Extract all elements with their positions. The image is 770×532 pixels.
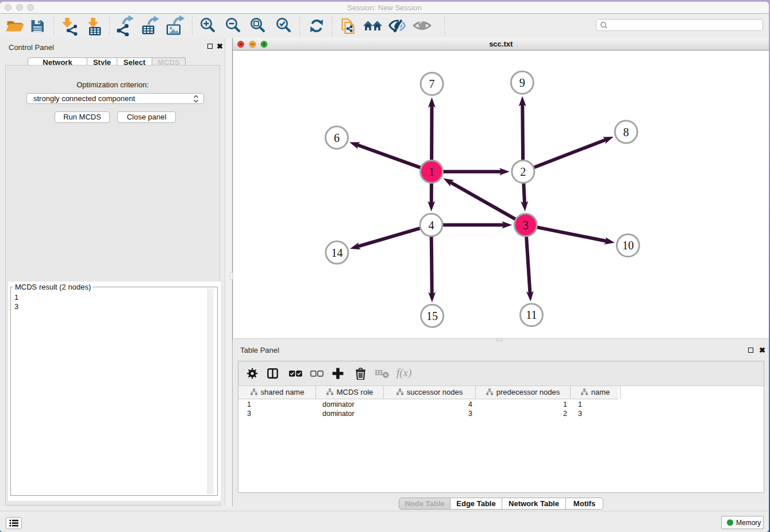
svg-text:8: 8 [623, 126, 629, 138]
svg-text:15: 15 [426, 310, 438, 322]
svg-text:14: 14 [331, 246, 342, 259]
svg-text:7: 7 [429, 78, 435, 90]
svg-text:9: 9 [519, 76, 525, 89]
svg-text:3: 3 [523, 219, 529, 232]
svg-text:10: 10 [622, 239, 634, 252]
svg-text:6: 6 [334, 132, 340, 144]
svg-text:11: 11 [526, 309, 537, 321]
svg-text:1: 1 [429, 165, 434, 178]
svg-text:2: 2 [520, 165, 526, 178]
svg-text:4: 4 [429, 219, 434, 232]
